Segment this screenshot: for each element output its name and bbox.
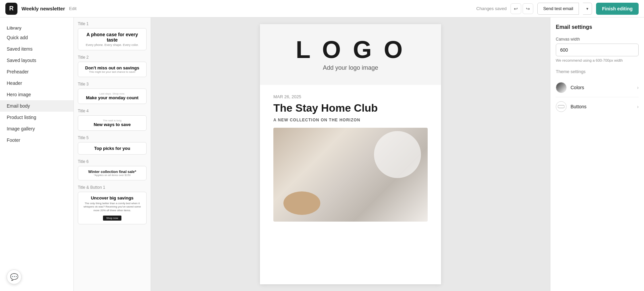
canvas-date: MAR 26, 2025 xyxy=(273,94,428,99)
svg-rect-0 xyxy=(558,105,565,108)
sidebar-item-email-body[interactable]: Email body xyxy=(0,100,73,112)
tile-label-4: Title 4 xyxy=(78,109,147,113)
library-panel: Title 1 A phone case for every taste Eve… xyxy=(74,17,151,291)
tile-title6-sub: *Applies on all items over $150 xyxy=(82,174,143,177)
doc-title: Weekly newsletter xyxy=(21,6,65,11)
colors-chevron-icon: › xyxy=(637,85,639,90)
tile-group-title6: Title 6 Winter collection final sale* *A… xyxy=(78,159,147,180)
buttons-icon xyxy=(556,101,567,112)
tile-title3-main: Make your monday count xyxy=(82,95,143,100)
hero-bowl-decoration xyxy=(283,191,320,215)
sidebar-item-saved-items[interactable]: Saved items xyxy=(0,43,73,55)
colors-icon xyxy=(556,82,567,93)
topbar: R Weekly newsletter Edit Changes saved ↩… xyxy=(0,0,644,17)
buttons-row[interactable]: Buttons › xyxy=(556,97,639,116)
tile-title4-eyebrow: The wait is long xyxy=(82,119,143,122)
colors-row[interactable]: Colors › xyxy=(556,78,639,97)
canvas-width-input[interactable] xyxy=(556,44,639,56)
undo-button[interactable]: ↩ xyxy=(511,3,521,14)
tile-label-5: Title 5 xyxy=(78,135,147,140)
tile-label-6: Title 6 xyxy=(78,159,147,164)
sidebar: Library Quick add Saved items Saved layo… xyxy=(0,17,74,291)
tile-title4[interactable]: The wait is long New ways to save xyxy=(78,115,147,131)
tile-title3[interactable]: Last days. Shop now. Make your monday co… xyxy=(78,89,147,104)
sidebar-item-quick-add[interactable]: Quick add xyxy=(0,32,73,43)
tile-title1-sub: Every phone. Every shape. Every color. xyxy=(82,43,143,47)
chat-button[interactable]: 💬 xyxy=(7,270,21,284)
canvas-hero-image[interactable] xyxy=(273,128,428,222)
canvas-logo-block[interactable]: L O G O Add your logo image xyxy=(260,24,441,85)
sidebar-item-footer[interactable]: Footer xyxy=(0,134,73,146)
tile-title3-eyebrow: Last days. Shop now. xyxy=(82,92,143,95)
finish-editing-button[interactable]: Finish editing xyxy=(596,3,639,15)
colors-row-left: Colors xyxy=(556,82,584,93)
tile-title5[interactable]: Top picks for you xyxy=(78,142,147,155)
theme-settings-label: Theme settings xyxy=(556,69,639,74)
tile-title6-main: Winter collection final sale* xyxy=(82,170,143,174)
sidebar-item-hero-image[interactable]: Hero image xyxy=(0,89,73,100)
canvas-subheadline: A NEW COLLECTION ON THE HORIZON xyxy=(273,118,428,122)
tile-title5-main: Top picks for you xyxy=(82,146,143,151)
canvas-logo-text: L O G O xyxy=(267,38,434,62)
canvas-area: L O G O Add your logo image MAR 26, 2025… xyxy=(151,17,550,291)
app-logo: R xyxy=(5,3,17,15)
canvas-width-hint: We recommend using a 600-700px width xyxy=(556,58,639,62)
email-canvas: L O G O Add your logo image MAR 26, 2025… xyxy=(260,24,441,284)
buttons-label: Buttons xyxy=(571,104,586,109)
canvas-headline: The Stay Home Club xyxy=(273,102,428,114)
send-test-button[interactable]: Send test email xyxy=(537,3,579,15)
tile-group-title2: Title 2 Don't miss out on savings This m… xyxy=(78,55,147,77)
tile-label-3: Title 3 xyxy=(78,82,147,86)
sidebar-item-image-gallery[interactable]: Image gallery xyxy=(0,123,73,134)
tile-title4-main: New ways to save xyxy=(82,122,143,127)
tile-tb1-cta: Shop now xyxy=(103,216,122,221)
sidebar-item-header[interactable]: Header xyxy=(0,77,73,89)
colors-label: Colors xyxy=(571,85,584,90)
main-layout: Library Quick add Saved items Saved layo… xyxy=(0,17,644,291)
redo-button[interactable]: ↪ xyxy=(523,3,533,14)
canvas-body: MAR 26, 2025 The Stay Home Club A NEW CO… xyxy=(260,85,441,231)
tile-label-tb1: Title & Button 1 xyxy=(78,185,147,190)
tile-title2[interactable]: Don't miss out on savings This might be … xyxy=(78,62,147,77)
settings-panel-title: Email settings xyxy=(556,24,639,30)
sidebar-item-preheader[interactable]: Preheader xyxy=(0,66,73,77)
tile-group-title3: Title 3 Last days. Shop now. Make your m… xyxy=(78,82,147,104)
edit-link[interactable]: Edit xyxy=(69,6,76,11)
tile-title1[interactable]: A phone case for every taste Every phone… xyxy=(78,28,147,50)
tile-title6[interactable]: Winter collection final sale* *Applies o… xyxy=(78,166,147,180)
sidebar-item-saved-layouts[interactable]: Saved layouts xyxy=(0,55,73,66)
sidebar-section-title: Library xyxy=(0,23,73,32)
tile-tb1-main: Uncover big savings xyxy=(82,195,143,200)
buttons-chevron-icon: › xyxy=(637,104,639,109)
undo-redo-group: ↩ ↪ xyxy=(511,3,533,14)
logo-char: R xyxy=(9,5,14,12)
settings-panel: Email settings Canvas width We recommend… xyxy=(550,17,644,291)
tile-titlebtn1[interactable]: Uncover big savings The only thing bette… xyxy=(78,192,147,224)
tile-title2-main: Don't miss out on savings xyxy=(82,65,143,70)
canvas-logo-sub: Add your logo image xyxy=(267,64,434,71)
tile-label-1: Title 1 xyxy=(78,21,147,26)
tile-title2-sub: This might be your last chance to save! xyxy=(82,70,143,73)
tile-label-2: Title 2 xyxy=(78,55,147,60)
tile-title1-text: A phone case for every taste xyxy=(82,32,143,43)
hero-circle-decoration xyxy=(374,131,421,178)
save-status: Changes saved xyxy=(476,6,506,11)
tile-group-title5: Title 5 Top picks for you xyxy=(78,135,147,155)
tile-group-title1: Title 1 A phone case for every taste Eve… xyxy=(78,21,147,50)
tile-group-titlebtn1: Title & Button 1 Uncover big savings The… xyxy=(78,185,147,224)
canvas-width-label: Canvas width xyxy=(556,37,639,42)
sidebar-item-product-listing[interactable]: Product listing xyxy=(0,112,73,123)
tile-group-title4: Title 4 The wait is long New ways to sav… xyxy=(78,109,147,131)
buttons-row-left: Buttons xyxy=(556,101,586,112)
tile-tb1-body: The only thing better than a comfy bed w… xyxy=(82,202,143,212)
send-dropdown-button[interactable]: ▾ xyxy=(583,3,592,15)
